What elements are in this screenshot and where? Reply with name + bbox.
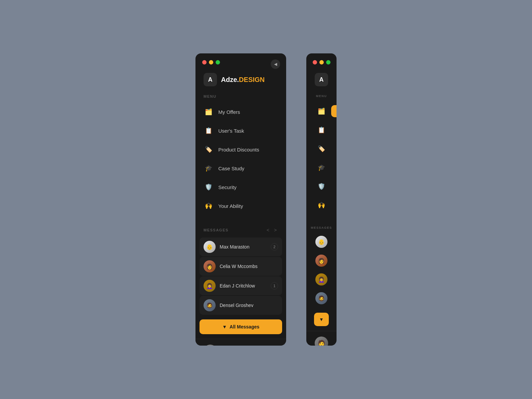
message-name-densel: Densel Groshev — [220, 303, 278, 308]
nav-item-security-collapsed[interactable]: 🛡️ — [306, 177, 337, 196]
your-ability-icon-collapsed: 🙌 — [316, 200, 326, 210]
avatar-max-collapsed: 👴 — [315, 236, 327, 248]
nav-item-my-offers-collapsed[interactable]: 🗂️ My Offers — [306, 102, 337, 121]
collapse-button[interactable]: ◀ — [271, 59, 280, 69]
message-item-celia[interactable]: 👩 Celia W Mccombs — [200, 257, 282, 276]
product-discounts-icon: 🏷️ — [204, 144, 214, 154]
logo-area: A Adze.DESIGN — [195, 70, 286, 94]
user-footer-collapsed: 🧑 — [306, 331, 337, 346]
nav-item-users-task[interactable]: 📋 User's Task — [195, 121, 286, 140]
dot-maximize-collapsed[interactable] — [326, 60, 330, 64]
case-study-icon-collapsed: 🎓 — [316, 163, 326, 173]
case-study-icon: 🎓 — [204, 163, 214, 173]
dropdown-icon-btn: ▼ — [222, 324, 227, 329]
all-messages-button[interactable]: ▼ All Messages — [200, 319, 282, 334]
message-item-celia-collapsed[interactable]: 👩 — [313, 252, 330, 269]
dot-minimize-collapsed[interactable] — [319, 60, 324, 64]
message-item-max-collapsed[interactable]: 👴 — [313, 233, 330, 250]
user-avatar-collapsed: 🧑 — [315, 337, 328, 346]
messages-section-label-collapsed: MESSAGES — [311, 226, 332, 229]
dot-minimize[interactable] — [209, 60, 213, 64]
nav-item-users-task-collapsed[interactable]: 📋 — [306, 121, 337, 139]
user-avatar: 🧑 — [204, 345, 217, 346]
traffic-lights-collapsed — [313, 60, 330, 70]
logo-avatar: A — [204, 73, 217, 86]
avatar-densel: 🧔 — [204, 299, 216, 311]
nav-label-product-discounts: Product Discounts — [218, 147, 259, 152]
nav-item-product-discounts[interactable]: 🏷️ Product Discounts — [195, 140, 286, 159]
nav-list: 🗂️ My Offers 📋 User's Task 🏷️ Product Di… — [195, 102, 286, 215]
messages-header: MESSAGES < > — [195, 221, 286, 237]
messages-next-button[interactable]: > — [273, 227, 278, 233]
security-icon-collapsed: 🛡️ — [316, 181, 326, 191]
message-name-celia: Celia W Mccombs — [220, 264, 278, 269]
dot-maximize[interactable] — [216, 60, 220, 64]
nav-label-my-offers: My Offers — [218, 109, 240, 115]
message-item-edan-collapsed[interactable]: 👩‍🦱 ••• — [313, 271, 330, 288]
nav-item-security[interactable]: 🛡️ Security — [195, 178, 286, 196]
messages-section-label: MESSAGES — [204, 228, 228, 232]
menu-section-label-collapsed: MENU — [316, 94, 327, 102]
message-item-densel[interactable]: 🧔 Densel Groshev — [200, 296, 282, 315]
message-list: 👴 Max Maraston 2 👩 Celia W Mccombs 👩‍🦱 E… — [195, 237, 286, 315]
nav-item-your-ability[interactable]: 🙌 Your Ability — [195, 196, 286, 215]
nav-item-case-study-collapsed[interactable]: 🎓 — [306, 158, 337, 177]
my-offers-icon-collapsed: 🗂️ — [316, 106, 326, 116]
your-ability-icon: 🙌 — [204, 201, 214, 211]
message-badge-max: 2 — [271, 243, 278, 251]
dot-close[interactable] — [202, 60, 207, 64]
users-task-icon: 📋 — [204, 126, 214, 136]
nav-list-collapsed: 🗂️ My Offers 📋 🏷️ 🎓 🛡️ 🙌 — [306, 102, 337, 215]
message-badge-edan: 1 — [271, 282, 278, 290]
nav-item-case-study[interactable]: 🎓 Case Study — [195, 159, 286, 178]
user-footer: 🧑 Irakli Talavadze Product Designer — [195, 339, 286, 346]
dot-close-collapsed[interactable] — [313, 60, 317, 64]
avatar-celia-collapsed: 👩 — [315, 255, 327, 267]
message-item-max[interactable]: 👴 Max Maraston 2 — [200, 237, 282, 256]
logo-text: Adze.DESIGN — [221, 76, 265, 84]
avatar-celia: 👩 — [204, 260, 216, 272]
menu-section-label: MENU — [195, 94, 286, 102]
nav-label-your-ability: Your Ability — [218, 203, 243, 209]
nav-label-case-study: Case Study — [218, 166, 245, 171]
avatar-edan: 👩‍🦱 — [204, 280, 216, 292]
message-name-edan: Edan J Critchlow — [220, 283, 267, 289]
all-messages-label: All Messages — [230, 324, 260, 329]
sidebar-collapsed: A MENU 🗂️ My Offers 📋 🏷️ 🎓 🛡️ 🙌 MESSAGES — [306, 53, 337, 346]
avatar-max: 👴 — [204, 241, 216, 253]
messages-header-collapsed: MESSAGES — [306, 221, 337, 233]
nav-label-security: Security — [218, 184, 236, 190]
my-offers-tooltip: My Offers — [331, 105, 337, 117]
users-task-icon-collapsed: 📋 — [316, 125, 326, 135]
logo-avatar-collapsed: A — [315, 73, 328, 86]
collapse-icon: ◀ — [274, 62, 277, 66]
security-icon: 🛡️ — [204, 182, 214, 192]
messages-nav: < > — [265, 227, 278, 233]
my-offers-icon: 🗂️ — [204, 107, 214, 117]
message-name-max: Max Maraston — [220, 244, 267, 250]
logo-area-collapsed: A — [315, 70, 328, 94]
all-messages-button-collapsed[interactable]: ▼ — [314, 313, 329, 326]
nav-item-your-ability-collapsed[interactable]: 🙌 — [306, 196, 337, 215]
message-item-edan[interactable]: 👩‍🦱 Edan J Critchlow 1 — [200, 276, 282, 295]
nav-item-my-offers[interactable]: 🗂️ My Offers — [195, 102, 286, 121]
avatar-densel-collapsed: 🧔 — [315, 292, 327, 304]
nav-label-users-task: User's Task — [218, 128, 244, 134]
message-list-collapsed: 👴 👩 👩‍🦱 ••• 🧔 — [313, 233, 330, 308]
message-item-densel-collapsed[interactable]: 🧔 — [313, 290, 330, 307]
nav-item-product-discounts-collapsed[interactable]: 🏷️ — [306, 139, 337, 158]
avatar-edan-collapsed: 👩‍🦱 — [315, 273, 327, 285]
dropdown-icon-collapsed: ▼ — [319, 317, 324, 322]
messages-prev-button[interactable]: < — [265, 227, 271, 233]
product-discounts-icon-collapsed: 🏷️ — [316, 144, 326, 154]
sidebar-expanded: ◀ A Adze.DESIGN MENU 🗂️ My Offers 📋 User… — [195, 53, 286, 346]
